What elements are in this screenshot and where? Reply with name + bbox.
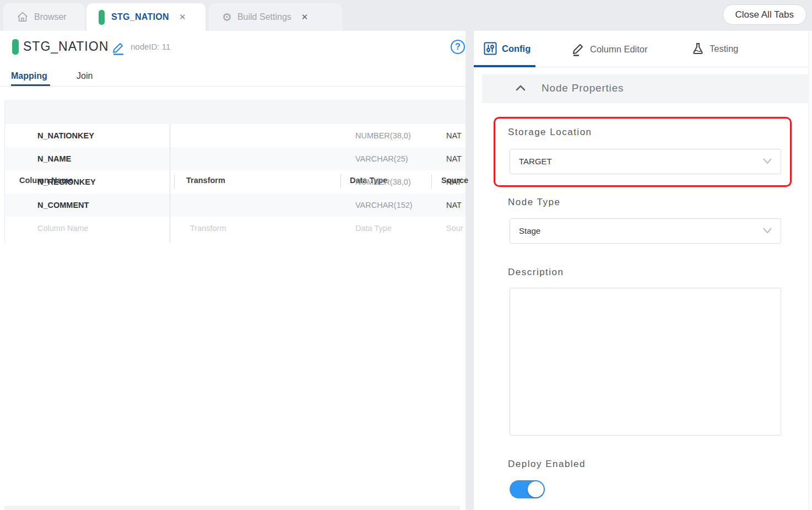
table-left-border — [4, 100, 5, 243]
node-type-label: Node Type — [508, 197, 560, 208]
tab-build-settings-label: Build Settings — [237, 12, 291, 22]
storage-location-label: Storage Location — [508, 127, 592, 138]
toggle-knob — [528, 481, 544, 497]
node-id-label: nodeID: 11 — [131, 42, 170, 51]
panel-divider[interactable] — [469, 31, 472, 510]
table-row[interactable]: N_COMMENT VARCHAR(152) NAT — [4, 194, 465, 217]
deploy-enabled-toggle[interactable] — [510, 480, 545, 498]
config-panel: Config Column Editor Testing — [474, 31, 812, 510]
active-tab-underline — [474, 65, 535, 67]
cell-data-type[interactable]: VARCHAR(152) — [355, 201, 413, 210]
tab-stg-nation-label: STG_NATION — [111, 12, 169, 22]
horizontal-scrollbar[interactable] — [4, 506, 460, 510]
deploy-enabled-label: Deploy Enabled — [508, 459, 586, 470]
vertical-scrollbar[interactable] — [808, 31, 812, 510]
placeholder-source[interactable]: Sour — [446, 224, 463, 233]
storage-location-value: TARGET — [519, 149, 552, 174]
tab-browser[interactable]: Browser — [3, 3, 85, 31]
tab-testing[interactable]: Testing — [691, 42, 738, 55]
tab-join[interactable]: Join — [77, 71, 93, 81]
chevron-down-icon — [762, 227, 773, 237]
node-type-pill-icon — [12, 39, 19, 55]
storage-location-select[interactable]: TARGET — [510, 149, 781, 174]
tabs-divider — [0, 86, 465, 87]
cell-data-type[interactable]: NUMBER(38,0) — [355, 131, 411, 140]
node-green-pill-icon — [99, 10, 105, 25]
section-title: Node Properties — [542, 82, 624, 94]
cell-column-name[interactable]: N_NAME — [37, 154, 71, 163]
cell-column-name[interactable]: N_COMMENT — [37, 201, 89, 210]
cell-data-type[interactable]: NUMBER(38,0) — [355, 178, 411, 186]
description-field[interactable] — [510, 288, 781, 436]
cell-source[interactable]: NAT — [446, 201, 462, 210]
cell-data-type[interactable]: VARCHAR(25) — [355, 154, 408, 163]
placeholder-data-type[interactable]: Data Type — [355, 224, 392, 233]
edit-name-icon[interactable] — [112, 41, 125, 55]
tab-column-editor[interactable]: Column Editor — [572, 42, 648, 56]
help-icon[interactable]: ? — [451, 40, 465, 54]
node-properties-header[interactable]: Node Properties — [482, 74, 808, 103]
cell-source[interactable]: NAT — [446, 154, 462, 163]
tab-build-settings[interactable]: ⚙ Build Settings ✕ — [209, 3, 342, 31]
tab-mapping[interactable]: Mapping — [11, 71, 47, 81]
cell-source[interactable]: NAT — [446, 178, 462, 186]
app-root: Browser STG_NATION ✕ ⚙ Build Settings ✕ … — [0, 0, 812, 510]
column-divider[interactable] — [170, 124, 170, 243]
cell-source[interactable]: NAT — [446, 131, 462, 140]
close-all-tabs-button[interactable]: Close All Tabs — [723, 4, 806, 25]
table-row[interactable]: N_NATIONKEY NUMBER(38,0) NAT — [4, 124, 465, 147]
chevron-down-icon — [762, 157, 773, 167]
gear-icon: ⚙ — [222, 12, 232, 23]
placeholder-transform[interactable]: Transform — [190, 224, 226, 233]
cell-column-name[interactable]: N_NATIONKEY — [37, 131, 94, 140]
node-type-value: Stage — [519, 219, 540, 243]
page-title: STG_NATION — [23, 39, 109, 54]
tab-stg-nation[interactable]: STG_NATION ✕ — [86, 3, 205, 31]
chevron-up-icon[interactable] — [515, 84, 526, 94]
tab-bar: Browser STG_NATION ✕ ⚙ Build Settings ✕ … — [0, 0, 812, 31]
placeholder-column-name[interactable]: Column Name — [37, 224, 89, 233]
node-editor-panel: STG_NATION nodeID: 11 ? Mapping Join Col… — [0, 31, 465, 510]
tab-config[interactable]: Config — [484, 42, 530, 55]
node-type-select[interactable]: Stage — [510, 218, 781, 244]
cell-column-name[interactable]: N_REGIONKEY — [37, 178, 96, 186]
new-column-placeholder-row[interactable]: Column Name Transform Data Type Sour — [4, 217, 465, 240]
pencil-icon — [572, 42, 585, 56]
flask-icon — [691, 42, 705, 55]
config-tabstrip: Config Column Editor Testing — [474, 31, 812, 67]
tab-config-label: Config — [502, 44, 530, 54]
description-label: Description — [508, 267, 564, 278]
table-row[interactable]: N_REGIONKEY NUMBER(38,0) NAT — [4, 170, 465, 194]
mapping-table-header: Column Name Transform Data Type Source — [4, 100, 465, 124]
table-row[interactable]: N_NAME VARCHAR(25) NAT — [4, 147, 465, 170]
tab-column-editor-label: Column Editor — [590, 44, 648, 55]
tab-browser-label: Browser — [34, 12, 67, 22]
home-icon — [17, 11, 29, 23]
sliders-icon — [484, 42, 497, 55]
tab-testing-label: Testing — [710, 44, 738, 54]
main-area: STG_NATION nodeID: 11 ? Mapping Join Col… — [0, 31, 812, 510]
close-tab-icon[interactable]: ✕ — [179, 12, 186, 22]
close-tab-icon[interactable]: ✕ — [301, 12, 308, 22]
